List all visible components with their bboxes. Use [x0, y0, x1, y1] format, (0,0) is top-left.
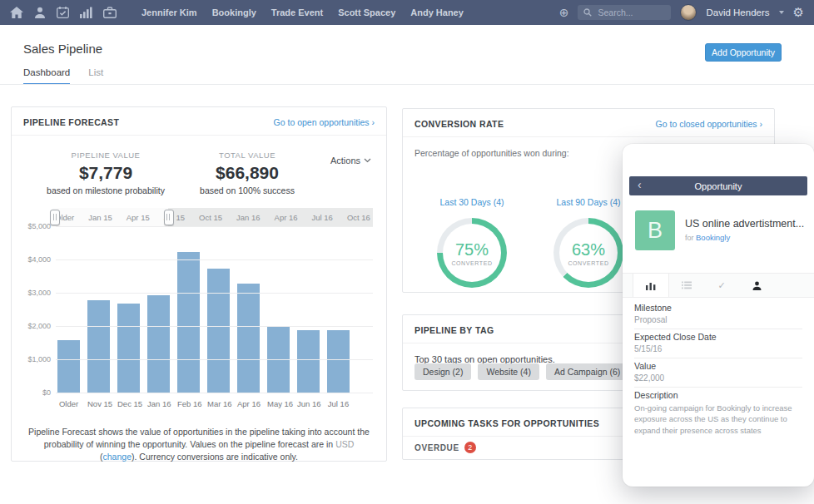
opportunity-tabs: ✓	[623, 273, 814, 298]
donut-sublabel: CONVERTED	[568, 260, 608, 266]
x-axis-label: Apr 16	[237, 399, 260, 408]
currency-label: USD	[335, 439, 354, 449]
forecast-xlabels: OlderNov 15Dec 15Jan 16Feb 16Mar 16Apr 1…	[57, 399, 350, 408]
x-axis-label: Mar 16	[207, 399, 230, 408]
back-chevron-icon[interactable]: ‹	[638, 178, 642, 191]
gridline	[56, 226, 373, 227]
y-axis-label: $4,000	[27, 255, 51, 264]
overdue-label: OVERDUE	[414, 443, 459, 452]
donut-chart: 75% CONVERTED	[437, 218, 507, 288]
tab-dashboard[interactable]: Dashboard	[23, 67, 70, 85]
overdue-row: OVERDUE 2	[414, 442, 476, 453]
calendar-icon[interactable]	[57, 7, 69, 18]
forecast-bar	[57, 340, 80, 393]
field-value: $22,000	[634, 373, 802, 383]
tag-chip[interactable]: Design (2)	[414, 363, 471, 380]
gridline	[56, 293, 373, 294]
slider-label: Jan 15	[88, 213, 112, 222]
y-axis-label: $0	[42, 388, 51, 397]
person-tab-icon[interactable]	[739, 274, 774, 297]
panel-title: Opportunity	[695, 181, 742, 191]
field-value: On-going campaign for Bookingly to incre…	[634, 403, 802, 437]
home-icon[interactable]	[10, 7, 23, 18]
y-axis-label: $1,000	[27, 355, 51, 363]
add-new-icon[interactable]: ⊕	[559, 7, 569, 18]
gridline	[56, 326, 373, 327]
x-axis-label: Dec 15	[117, 399, 140, 408]
change-currency-link[interactable]: change	[103, 452, 132, 462]
page-tabs: Dashboard List	[23, 67, 103, 85]
nav-item[interactable]: Jennifer Kim	[141, 7, 197, 17]
x-axis-label: Feb 16	[177, 399, 200, 408]
card-header: CONVERSION RATE Go to closed opportuniti…	[403, 109, 774, 137]
slider-label: Oct 15	[199, 213, 222, 222]
slider-label: Apr 16	[275, 213, 298, 222]
forecast-bar	[147, 295, 170, 393]
y-axis-label: $5,000	[27, 222, 51, 230]
nav-item[interactable]: Trade Event	[271, 7, 323, 17]
forecast-bar	[237, 284, 260, 393]
forecast-bar	[267, 327, 290, 393]
tab-list[interactable]: List	[88, 67, 103, 85]
x-axis-label: Jan 16	[147, 399, 170, 408]
card-title: UPCOMING TASKS FOR OPPORTUNITIES	[414, 418, 599, 428]
opportunity-panel-header: ‹ Opportunity	[629, 176, 807, 195]
forecast-bar	[207, 269, 230, 393]
gridline	[56, 393, 373, 393]
field-value: 5/15/16	[634, 344, 802, 354]
date-range-slider: OlderJan 15Apr 15Jul 15Oct 15Jan 16Apr 1…	[52, 208, 373, 226]
check-tab-icon[interactable]: ✓	[704, 274, 739, 297]
stat-caption: based on milestone probability	[35, 185, 176, 195]
closed-opportunities-link[interactable]: Go to closed opportunities ›	[656, 119, 762, 129]
contacts-icon[interactable]	[34, 7, 46, 18]
field-expected-close-date: Expected Close Date 5/15/16	[634, 329, 802, 358]
nav-item[interactable]: Bookingly	[212, 7, 256, 17]
field-label: Description	[634, 391, 802, 401]
check-icon: ✓	[717, 280, 725, 291]
open-opportunities-link[interactable]: Go to open opportunities ›	[274, 117, 375, 127]
cases-icon[interactable]	[103, 7, 117, 18]
gear-icon[interactable]: ⚙	[793, 7, 804, 19]
forecast-chart: OlderNov 15Dec 15Jan 16Feb 16Mar 16Apr 1…	[56, 227, 373, 393]
donut-hole: 63% CONVERTED	[559, 224, 618, 282]
tag-chip[interactable]: Website (4)	[478, 363, 539, 380]
slider-handle-right[interactable]	[164, 210, 174, 225]
chevron-down-icon[interactable]	[779, 11, 784, 14]
add-opportunity-button[interactable]: Add Opportunity	[705, 43, 782, 62]
forecast-bar	[297, 330, 320, 393]
x-axis-label: Nov 15	[87, 399, 110, 408]
search-box[interactable]	[578, 5, 671, 20]
last-30-days-link[interactable]: Last 30 Days (4)	[439, 197, 504, 207]
tag-chip[interactable]: Ad Campaign (6)	[546, 363, 628, 380]
card-title: PIPELINE BY TAG	[414, 325, 494, 335]
chart-tab-icon[interactable]	[633, 274, 669, 297]
reports-icon[interactable]	[80, 7, 92, 18]
opportunity-title: US online advertistment...	[685, 218, 804, 230]
forecast-footnote: Pipeline Forecast shows the value of opp…	[27, 426, 371, 464]
card-title: PIPELINE FORECAST	[23, 117, 119, 127]
user-menu[interactable]: David Henders	[706, 7, 769, 17]
search-input[interactable]	[596, 7, 658, 18]
list-tab-icon[interactable]	[669, 274, 704, 297]
actions-dropdown[interactable]: Actions	[330, 156, 371, 166]
last-90-days-link[interactable]: Last 90 Days (4)	[556, 197, 620, 207]
field-value: Proposal	[634, 315, 802, 325]
field-label: Milestone	[634, 304, 802, 314]
nav-right: ⊕ David Henders ⚙	[559, 4, 804, 21]
forecast-bar	[87, 300, 110, 393]
x-axis-label: May 16	[267, 399, 290, 408]
user-avatar[interactable]	[680, 4, 697, 21]
opportunity-fields: Milestone Proposal Expected Close Date 5…	[634, 300, 802, 441]
overdue-count-badge: 2	[464, 442, 476, 453]
slider-labels: OlderJan 15Apr 15Jul 15Oct 15Jan 16Apr 1…	[52, 208, 373, 226]
x-axis-label: Older	[57, 399, 80, 408]
field-value: Value $22,000	[634, 358, 802, 388]
chevron-down-icon	[364, 158, 371, 163]
company-link[interactable]: Bookingly	[696, 233, 730, 242]
nav-item[interactable]: Scott Spacey	[338, 7, 395, 17]
slider-handle-left[interactable]	[50, 210, 60, 225]
nav-item[interactable]: Andy Haney	[410, 7, 464, 17]
pipeline-value-stat: PIPELINE VALUE $7,779 based on milestone…	[35, 151, 176, 195]
tabbar-divider	[0, 84, 814, 85]
forecast-bar	[177, 252, 200, 393]
